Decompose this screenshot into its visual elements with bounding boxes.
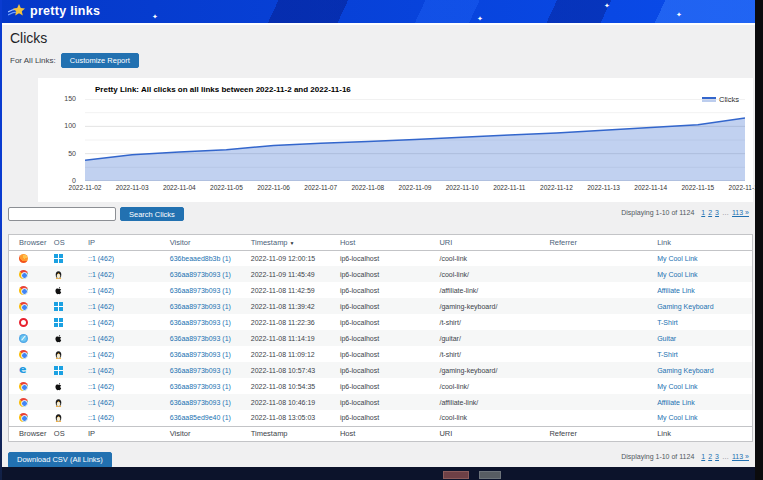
page-link-3[interactable]: 3 xyxy=(715,209,719,216)
cell-ip: ::1 (462) xyxy=(84,282,166,298)
column-header-os[interactable]: OS xyxy=(50,426,84,441)
cell-ip-link[interactable]: ::1 (462) xyxy=(88,271,114,278)
table-row: ::1 (462)636aa8973b093 (1)2022-11-08 10:… xyxy=(9,394,752,410)
clicks-chart-card: Pretty Link: All clicks on all links bet… xyxy=(38,78,753,202)
cell-visitor-link[interactable]: 636aa8973b093 (1) xyxy=(170,335,231,342)
cell-ip-link[interactable]: ::1 (462) xyxy=(88,383,114,390)
cell-link: My Cool Link xyxy=(653,266,752,282)
cell-referrer xyxy=(545,330,653,346)
cell-host: ip6-localhost xyxy=(336,362,436,378)
cell-visitor: 636aa8973b093 (1) xyxy=(166,362,247,378)
cell-ip-link[interactable]: ::1 (462) xyxy=(88,367,114,374)
column-header-link[interactable]: Link xyxy=(653,235,752,250)
linux-icon xyxy=(54,270,63,279)
chart-title: Pretty Link: All clicks on all links bet… xyxy=(95,85,351,94)
page-link-last[interactable]: 113 » xyxy=(732,209,749,216)
cell-link-link[interactable]: T-Shirt xyxy=(657,351,678,358)
customize-report-button[interactable]: Customize Report xyxy=(61,53,139,68)
cell-ip-link[interactable]: ::1 (462) xyxy=(88,287,114,294)
column-header-timestamp[interactable]: Timestamp xyxy=(247,426,336,441)
column-header-uri[interactable]: URI xyxy=(435,235,545,250)
cell-link-link[interactable]: My Cool Link xyxy=(657,255,697,262)
table-row: ::1 (462)636aa8973b093 (1)2022-11-08 10:… xyxy=(9,362,752,378)
x-tick-label: 2022-11-10 xyxy=(446,184,479,191)
cell-link-link[interactable]: My Cool Link xyxy=(657,271,697,278)
edge-icon xyxy=(19,366,28,375)
chart-x-axis: 2022-11-022022-11-032022-11-042022-11-05… xyxy=(85,184,745,194)
cell-visitor-link[interactable]: 636aa8973b093 (1) xyxy=(170,287,231,294)
cell-timestamp: 2022-11-08 13:05:03 xyxy=(247,410,336,426)
x-tick-label: 2022-11-05 xyxy=(210,184,243,191)
page-link-2[interactable]: 2 xyxy=(708,453,712,460)
cell-visitor-link[interactable]: 636aa8973b093 (1) xyxy=(170,319,231,326)
apple-icon xyxy=(54,334,63,343)
cell-visitor-link[interactable]: 636aa8973b093 (1) xyxy=(170,303,231,310)
search-clicks-button[interactable]: Search Clicks xyxy=(120,207,184,221)
cell-visitor-link[interactable]: 636aa8973b093 (1) xyxy=(170,351,231,358)
cell-ip-link[interactable]: ::1 (462) xyxy=(88,335,114,342)
column-header-link[interactable]: Link xyxy=(653,426,752,441)
column-header-visitor[interactable]: Visitor xyxy=(166,426,247,441)
column-header-ip[interactable]: IP xyxy=(84,235,166,250)
cell-referrer xyxy=(545,298,653,314)
column-header-visitor[interactable]: Visitor xyxy=(166,235,247,250)
chrome-icon xyxy=(19,398,28,407)
cell-ip-link[interactable]: ::1 (462) xyxy=(88,351,114,358)
cell-link-link[interactable]: Affiliate Link xyxy=(657,399,695,406)
cell-host: ip6-localhost xyxy=(336,314,436,330)
cell-visitor: 636aa8973b093 (1) xyxy=(166,266,247,282)
cell-timestamp: 2022-11-09 12:00:15 xyxy=(247,250,336,266)
cell-link-link[interactable]: My Cool Link xyxy=(657,414,697,421)
cell-link-link[interactable]: My Cool Link xyxy=(657,383,697,390)
filter-label: For All Links: xyxy=(10,56,56,65)
cell-os xyxy=(50,314,84,330)
search-input[interactable] xyxy=(8,207,116,221)
cell-link-link[interactable]: Affiliate Link xyxy=(657,287,695,294)
cell-referrer xyxy=(545,250,653,266)
download-csv-button[interactable]: Download CSV (All Links) xyxy=(8,452,112,468)
cell-browser xyxy=(9,330,50,346)
pagination-ellipsis: … xyxy=(722,209,729,216)
cell-link-link[interactable]: Gaming Keyboard xyxy=(657,367,713,374)
cell-uri: /affiliate-link/ xyxy=(435,394,545,410)
linux-icon xyxy=(54,350,63,359)
page-link-3[interactable]: 3 xyxy=(715,453,719,460)
sort-desc-icon: ▼ xyxy=(290,240,295,246)
cell-link-link[interactable]: T-Shirt xyxy=(657,319,678,326)
page-link-1[interactable]: 1 xyxy=(701,453,705,460)
cell-ip-link[interactable]: ::1 (462) xyxy=(88,414,114,421)
cell-host: ip6-localhost xyxy=(336,346,436,362)
cell-visitor-link[interactable]: 636aa85ed9e40 (1) xyxy=(170,414,231,421)
column-header-browser[interactable]: Browser xyxy=(9,235,50,250)
column-header-referrer[interactable]: Referrer xyxy=(545,426,653,441)
cell-ip-link[interactable]: ::1 (462) xyxy=(88,303,114,310)
x-tick-label: 2022-11-13 xyxy=(587,184,620,191)
column-header-host[interactable]: Host xyxy=(336,235,436,250)
cell-link-link[interactable]: Gaming Keyboard xyxy=(657,303,713,310)
cell-referrer xyxy=(545,394,653,410)
cell-os xyxy=(50,298,84,314)
cell-visitor-link[interactable]: 636beaaed8b3b (1) xyxy=(170,255,231,262)
cell-visitor-link[interactable]: 636aa8973b093 (1) xyxy=(170,383,231,390)
column-header-os[interactable]: OS xyxy=(50,235,84,250)
cell-ip-link[interactable]: ::1 (462) xyxy=(88,399,114,406)
cell-ip-link[interactable]: ::1 (462) xyxy=(88,319,114,326)
cell-ip-link[interactable]: ::1 (462) xyxy=(88,255,114,262)
column-header-ip[interactable]: IP xyxy=(84,426,166,441)
column-header-host[interactable]: Host xyxy=(336,426,436,441)
x-tick-label: 2022-11-08 xyxy=(351,184,384,191)
page-link-last[interactable]: 113 » xyxy=(732,453,749,460)
cell-ip: ::1 (462) xyxy=(84,394,166,410)
column-header-uri[interactable]: URI xyxy=(435,426,545,441)
page-link-1[interactable]: 1 xyxy=(701,209,705,216)
cell-referrer xyxy=(545,282,653,298)
column-header-timestamp[interactable]: Timestamp▼ xyxy=(247,235,336,250)
cell-uri: /cool-link xyxy=(435,250,545,266)
cell-visitor-link[interactable]: 636aa8973b093 (1) xyxy=(170,271,231,278)
cell-link-link[interactable]: Guitar xyxy=(657,335,676,342)
column-header-browser[interactable]: Browser xyxy=(9,426,50,441)
cell-visitor-link[interactable]: 636aa8973b093 (1) xyxy=(170,367,231,374)
cell-visitor-link[interactable]: 636aa8973b093 (1) xyxy=(170,399,231,406)
column-header-referrer[interactable]: Referrer xyxy=(545,235,653,250)
page-link-2[interactable]: 2 xyxy=(708,209,712,216)
